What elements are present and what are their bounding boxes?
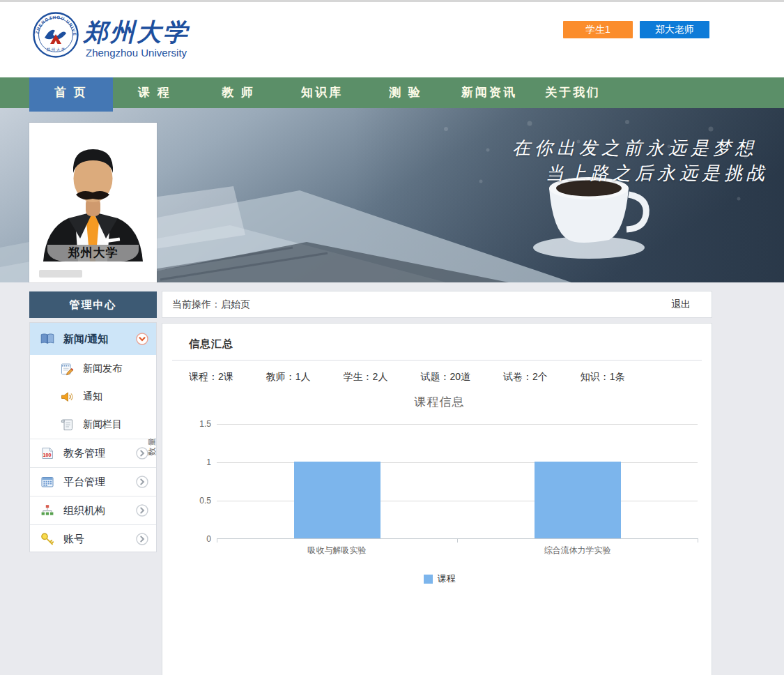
role-button-student[interactable]: 学生1 bbox=[563, 21, 633, 38]
orgchart-icon bbox=[40, 503, 55, 518]
y-tick-label: 0.5 bbox=[185, 496, 211, 506]
sidebar-item-news-publish[interactable]: 新闻发布 bbox=[30, 355, 156, 383]
stat-students: 学生：2人 bbox=[344, 371, 388, 384]
sidebar-item-account[interactable]: 账号 bbox=[30, 524, 156, 553]
book-icon bbox=[40, 331, 55, 347]
x-category-label: 吸收与解吸实验 bbox=[261, 545, 414, 556]
top-header: ZHENGZHOU UNIVERSITY 郑 州 大 学 郑州大学 Zhengz… bbox=[0, 0, 784, 77]
y-axis-label: 数量 bbox=[146, 430, 158, 462]
chart-bar[interactable] bbox=[294, 462, 381, 538]
banner-quote-line2: 当上路之后永远是挑战 bbox=[546, 161, 769, 185]
nav-item-knowledge[interactable]: 知识库 bbox=[280, 77, 364, 108]
main-nav: 首 页课 程教 师知识库测 验新闻资讯关于我们 bbox=[0, 77, 784, 108]
sidebar-item-label: 平台管理 bbox=[63, 476, 105, 489]
sidebar-item-label: 新闻栏目 bbox=[83, 418, 122, 431]
y-tick-label: 0 bbox=[185, 534, 211, 544]
x-axis-tick bbox=[457, 538, 458, 543]
current-operation-label: 当前操作：启始页 bbox=[172, 298, 250, 311]
chart-gridline bbox=[217, 501, 698, 501]
x-axis-tick bbox=[698, 538, 698, 543]
stat-papers: 试卷：2个 bbox=[503, 371, 548, 384]
sidebar-item-label: 新闻发布 bbox=[83, 363, 122, 375]
summary-title: 信息汇总 bbox=[162, 324, 712, 351]
chevron-right-icon[interactable] bbox=[136, 504, 148, 517]
sidebar-item-news-notice[interactable]: 新闻/通知 bbox=[30, 323, 156, 355]
scroll-icon bbox=[59, 417, 75, 432]
role-button-teacher[interactable]: 郑大老师 bbox=[640, 21, 709, 38]
watermark bbox=[39, 270, 82, 278]
summary-stats: 课程：2课教师：1人学生：2人试题：20道试卷：2个知识：1条 bbox=[162, 361, 712, 384]
sidebar-item-organization[interactable]: 组织机构 bbox=[30, 496, 156, 524]
stat-teachers: 教师：1人 bbox=[266, 371, 311, 384]
nav-item-teachers[interactable]: 教 师 bbox=[197, 77, 280, 108]
sidebar-title: 管理中心 bbox=[29, 291, 157, 318]
course-chart: 课程信息 数量 1.510.50吸收与解吸实验综合流体力学实验 课程 bbox=[180, 390, 699, 592]
calendar-icon bbox=[40, 474, 55, 490]
sidebar-item-notice[interactable]: 通知 bbox=[30, 383, 156, 411]
news-edit-icon bbox=[59, 361, 75, 377]
sidebar-item-label: 组织机构 bbox=[63, 504, 105, 517]
chevron-right-icon[interactable] bbox=[136, 533, 148, 545]
sidebar-item-label: 新闻/通知 bbox=[63, 333, 108, 346]
sidebar-item-platform-mgmt[interactable]: 平台管理 bbox=[30, 467, 156, 496]
logo-cn-text: 郑州大学 bbox=[84, 16, 190, 49]
chart-plot: 1.510.50吸收与解吸实验综合流体力学实验 bbox=[217, 424, 698, 539]
chart-bar[interactable] bbox=[535, 462, 621, 538]
legend-label: 课程 bbox=[438, 572, 456, 585]
main-content: 信息汇总 课程：2课教师：1人学生：2人试题：20道试卷：2个知识：1条 课程信… bbox=[162, 323, 712, 675]
avatar bbox=[29, 123, 157, 261]
y-tick-label: 1 bbox=[185, 457, 211, 467]
nav-item-quiz[interactable]: 测 验 bbox=[364, 77, 447, 108]
legend-swatch bbox=[424, 575, 433, 584]
y-tick-label: 1.5 bbox=[185, 419, 211, 429]
nav-item-home[interactable]: 首 页 bbox=[29, 77, 113, 112]
key-icon bbox=[40, 531, 55, 547]
sidebar-item-label: 教务管理 bbox=[63, 447, 105, 460]
stat-knowledge: 知识：1条 bbox=[581, 371, 625, 384]
chart-gridline bbox=[217, 462, 698, 463]
sidebar-item-academic-mgmt[interactable]: 100教务管理 bbox=[30, 439, 156, 467]
nav-item-courses[interactable]: 课 程 bbox=[113, 77, 197, 108]
exit-button[interactable]: 退出 bbox=[671, 298, 691, 311]
chevron-right-icon[interactable] bbox=[136, 476, 148, 488]
x-category-label: 综合流体力学实验 bbox=[501, 545, 654, 556]
chart-gridline bbox=[217, 424, 698, 425]
chart-title: 课程信息 bbox=[180, 394, 699, 410]
sidebar-item-label: 账号 bbox=[63, 533, 84, 546]
operation-bar: 当前操作：启始页 退出 bbox=[162, 291, 712, 318]
sidebar-menu: 新闻/通知新闻发布通知新闻栏目100教务管理平台管理组织机构账号 bbox=[29, 322, 157, 552]
sidebar-item-news-column[interactable]: 新闻栏目 bbox=[30, 411, 156, 439]
avatar-caption: 郑州大学 bbox=[47, 245, 139, 261]
stat-questions: 试题：20道 bbox=[420, 371, 470, 384]
university-emblem-icon: ZHENGZHOU UNIVERSITY 郑 州 大 学 bbox=[32, 11, 79, 59]
avatar-card: 郑州大学 bbox=[29, 123, 157, 282]
chevron-down-icon[interactable] bbox=[136, 333, 148, 345]
nav-item-about[interactable]: 关于我们 bbox=[531, 77, 615, 108]
page: ZHENGZHOU UNIVERSITY 郑 州 大 学 郑州大学 Zhengz… bbox=[0, 0, 784, 675]
svg-text:郑 州 大 学: 郑 州 大 学 bbox=[46, 47, 65, 52]
nav-item-news[interactable]: 新闻资讯 bbox=[447, 77, 531, 108]
chart-legend[interactable]: 课程 bbox=[180, 572, 699, 585]
score-icon: 100 bbox=[40, 446, 55, 461]
stat-courses: 课程：2课 bbox=[189, 371, 233, 384]
speaker-icon bbox=[59, 389, 75, 404]
svg-text:100: 100 bbox=[43, 452, 51, 458]
sidebar-item-label: 通知 bbox=[83, 390, 102, 403]
logo-en-text: Zhengzhou University bbox=[86, 47, 187, 59]
x-axis-tick bbox=[217, 538, 217, 543]
banner-quote-line1: 在你出发之前永远是梦想 bbox=[512, 136, 769, 160]
